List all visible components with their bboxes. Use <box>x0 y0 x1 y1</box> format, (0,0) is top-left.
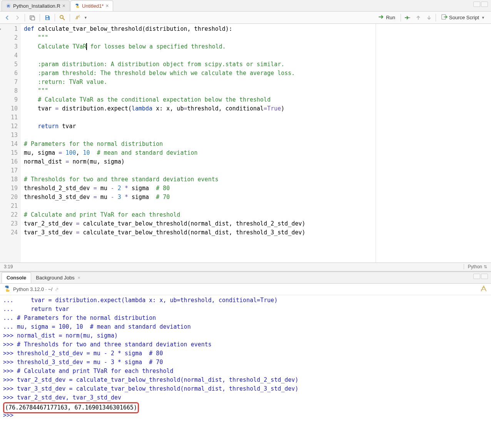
svg-point-9 <box>78 16 79 17</box>
back-button[interactable] <box>3 13 12 22</box>
close-icon[interactable]: × <box>62 3 65 9</box>
bottom-pane: Console Background Jobs × Python 3.12.0 … <box>0 271 491 448</box>
r-file-icon: R <box>6 3 11 8</box>
save-button[interactable] <box>43 13 52 22</box>
tab-background-jobs[interactable]: Background Jobs × <box>31 272 85 283</box>
source-icon <box>441 14 448 21</box>
language-selector[interactable]: Python <box>468 264 482 269</box>
console-header: Python 3.12.0 · ~/ ⇗ <box>0 284 491 295</box>
maximize-pane-button[interactable] <box>481 2 488 7</box>
editor-toolbar: ▼ Run Source Script ▼ <box>0 12 491 24</box>
clear-console-icon[interactable] <box>480 285 487 293</box>
py-file-icon <box>75 3 80 8</box>
minimize-pane-button[interactable] <box>473 2 480 7</box>
code-tools-button[interactable] <box>73 13 82 22</box>
file-tab-label: Untitled1* <box>82 3 104 9</box>
file-tab-python-installation[interactable]: R Python_Installation.R × <box>2 0 70 11</box>
chevron-down-icon[interactable]: ▼ <box>84 16 87 20</box>
document-outline-pane[interactable] <box>376 24 491 262</box>
pane-window-controls <box>473 274 488 279</box>
file-tab-untitled1[interactable]: Untitled1* × <box>70 0 113 11</box>
go-to-next-section-button[interactable] <box>425 13 433 22</box>
source-script-label: Source Script <box>449 15 479 20</box>
svg-rect-5 <box>46 16 48 17</box>
minimize-pane-button[interactable] <box>473 274 480 279</box>
language-selector-arrows[interactable]: ⇅ <box>484 264 487 269</box>
run-button[interactable]: Run <box>375 13 398 22</box>
run-label: Run <box>386 15 395 20</box>
line-number-gutter[interactable]: 123456789101112131415161718192021222324 <box>0 24 21 262</box>
pop-out-icon[interactable]: ⇗ <box>55 286 59 292</box>
console-header-text: Python 3.12.0 · ~/ <box>13 286 52 292</box>
svg-text:R: R <box>7 4 10 8</box>
file-tab-label: Python_Installation.R <box>13 3 60 9</box>
svg-rect-4 <box>31 17 35 20</box>
python-icon <box>4 285 11 293</box>
show-in-new-window-button[interactable] <box>28 13 37 22</box>
close-icon[interactable]: × <box>105 3 109 9</box>
svg-point-11 <box>79 17 80 17</box>
console-output[interactable]: ... tvar = distribution.expect(lambda x:… <box>0 295 491 448</box>
code-editor[interactable]: def calculate_tvar_below_threshold(distr… <box>21 24 376 262</box>
source-script-button[interactable]: Source Script ▼ <box>438 13 488 22</box>
pane-window-controls <box>473 2 488 7</box>
svg-point-7 <box>60 15 63 18</box>
svg-rect-6 <box>46 18 48 20</box>
maximize-pane-button[interactable] <box>481 274 488 279</box>
forward-button[interactable] <box>13 13 22 22</box>
cursor-position[interactable]: 3:19 <box>4 264 13 269</box>
run-icon <box>378 15 384 20</box>
console-tabs-bar: Console Background Jobs × <box>0 272 491 284</box>
svg-line-8 <box>63 18 65 20</box>
file-tabs-bar: R Python_Installation.R × Untitled1* × <box>0 0 491 12</box>
close-icon[interactable]: × <box>77 275 80 281</box>
rerun-button[interactable] <box>403 13 412 22</box>
output-highlight: (76.26784467177163, 67.16901346301665) <box>3 402 139 413</box>
find-replace-button[interactable] <box>58 13 67 22</box>
svg-point-10 <box>79 15 80 16</box>
tab-console[interactable]: Console <box>2 272 31 283</box>
go-to-prev-section-button[interactable] <box>414 13 423 22</box>
editor-pane: 123456789101112131415161718192021222324 … <box>0 24 491 262</box>
editor-status-bar: 3:19 Python ⇅ <box>0 262 491 271</box>
chevron-down-icon[interactable]: ▼ <box>481 16 485 20</box>
